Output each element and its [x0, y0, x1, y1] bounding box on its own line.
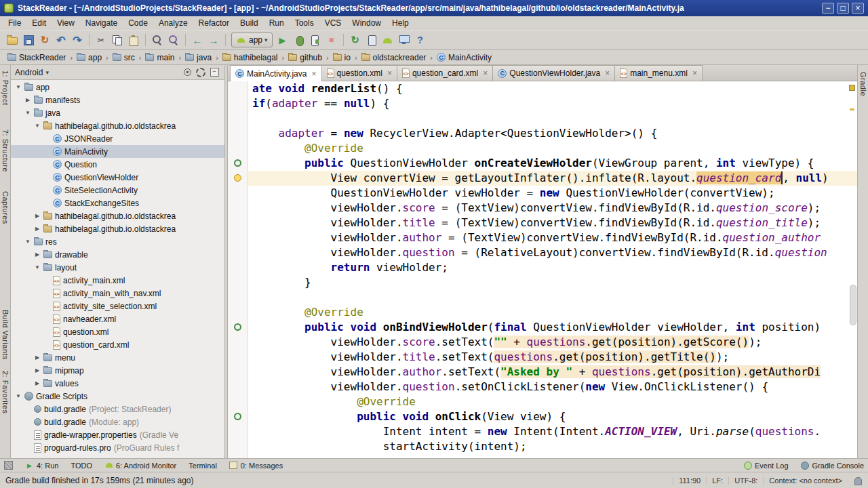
- sdk-manager-icon[interactable]: [380, 33, 396, 47]
- tree-expand-arrow[interactable]: ▼: [15, 393, 22, 399]
- tree-item-manifests[interactable]: ▶manifests: [11, 94, 224, 106]
- close-icon[interactable]: ×: [605, 68, 610, 78]
- tool-button-structure[interactable]: 7: Structure: [1, 129, 9, 172]
- warning-stripe-mark[interactable]: [850, 108, 854, 110]
- tree-item-java[interactable]: ▼java: [11, 106, 224, 119]
- tool-button-project[interactable]: 1: Project: [1, 70, 9, 105]
- tree-expand-arrow[interactable]: ▼: [24, 110, 31, 116]
- menu-build[interactable]: Build: [235, 17, 264, 29]
- tab-main-menu-xml[interactable]: main_menu.xml×: [614, 65, 703, 81]
- synchronize-icon[interactable]: [37, 33, 53, 47]
- tree-item-mainactivity[interactable]: MainActivity: [11, 145, 224, 158]
- tree-expand-arrow[interactable]: ▶: [34, 367, 41, 373]
- tree-item-jsonreader[interactable]: JSONReader: [11, 132, 224, 145]
- tree-expand-arrow[interactable]: ▼: [15, 84, 22, 90]
- tool-button-favorites[interactable]: 2: Favorites: [1, 371, 9, 413]
- find-icon[interactable]: [149, 33, 165, 47]
- breadcrumb-src[interactable]: src: [111, 52, 137, 63]
- stop-icon[interactable]: [323, 33, 340, 47]
- menu-help[interactable]: Help: [387, 17, 414, 29]
- breadcrumb-mainactivity[interactable]: MainActivity: [435, 52, 494, 63]
- editor-scrollbar[interactable]: [850, 285, 856, 325]
- menu-run[interactable]: Run: [264, 17, 290, 29]
- redo-icon[interactable]: [69, 33, 85, 47]
- menu-file[interactable]: File: [3, 17, 26, 29]
- tree-item-activity-main-xml[interactable]: activity_main.xml: [11, 274, 224, 287]
- breadcrumb-main[interactable]: main: [143, 52, 176, 63]
- tool-button-gradle[interactable]: Gradle: [859, 72, 867, 96]
- open-icon[interactable]: [4, 33, 20, 47]
- menu-refactor[interactable]: Refactor: [193, 17, 235, 29]
- event-log-tool-window[interactable]: Event Log: [743, 461, 789, 470]
- gradle-sync-icon[interactable]: [347, 33, 363, 47]
- override-icon[interactable]: [234, 323, 241, 331]
- tree-item-stackexchangesites[interactable]: StackExchangeSites: [11, 197, 224, 209]
- tab-mainactivity-java[interactable]: MainActivity.java×: [230, 65, 322, 81]
- tree-item-build-gradle[interactable]: build.gradle (Project: StackReader): [11, 403, 224, 415]
- tree-item-question-xml[interactable]: question.xml: [11, 325, 224, 338]
- tree-item-gradle-wrapper-properties[interactable]: gradle-wrapper.properties (Gradle Ve: [11, 428, 224, 441]
- tree-item-app[interactable]: ▼app: [11, 81, 224, 94]
- avd-manager-icon[interactable]: [363, 33, 380, 47]
- tree-item-gradle-scripts[interactable]: ▼Gradle Scripts: [11, 390, 224, 403]
- tab-question-xml[interactable]: question.xml×: [321, 65, 397, 81]
- tree-item-layout[interactable]: ▼layout: [11, 261, 224, 274]
- run-icon[interactable]: [275, 33, 291, 47]
- android-monitor-tool-window[interactable]: 6: Android Monitor: [104, 461, 176, 470]
- override-icon[interactable]: [234, 413, 241, 420]
- close-icon[interactable]: ×: [311, 69, 316, 79]
- undo-icon[interactable]: [53, 33, 69, 47]
- breadcrumb-app[interactable]: app: [75, 52, 104, 63]
- editor-body[interactable]: ate void renderList() {if(adapter == nul…: [228, 81, 857, 458]
- override-icon[interactable]: [234, 159, 241, 167]
- tree-item-hathibelagal-github-io-oldstackrea[interactable]: ▶hathibelagal.github.io.oldstackrea: [11, 222, 224, 235]
- minimize-button[interactable]: [822, 3, 834, 14]
- line-ending-widget[interactable]: LF:: [706, 476, 728, 485]
- paste-icon[interactable]: [125, 33, 142, 47]
- inspections-profile-icon[interactable]: [853, 476, 863, 485]
- tree-expand-arrow[interactable]: ▼: [24, 239, 31, 245]
- tree-item-activity-main-with-nav-xml[interactable]: activity_main_with_nav.xml: [11, 287, 224, 300]
- tab-question-card-xml[interactable]: question_card.xml×: [397, 65, 493, 81]
- save-all-icon[interactable]: [20, 33, 37, 47]
- todo-tool-window[interactable]: TODO: [71, 462, 92, 470]
- menu-tools[interactable]: Tools: [290, 17, 319, 29]
- tree-item-values[interactable]: ▶values: [11, 377, 224, 390]
- close-icon[interactable]: ×: [483, 68, 488, 78]
- tree-item-drawable[interactable]: ▶drawable: [11, 248, 224, 261]
- android-monitor-icon[interactable]: [396, 33, 412, 47]
- gradle-console-tool-window[interactable]: Gradle Console: [801, 461, 864, 470]
- tree-item-hathibelagal-github-io-oldstackrea[interactable]: ▶hathibelagal.github.io.oldstackrea: [11, 209, 224, 222]
- tree-item-navheader-xml[interactable]: navheader.xml: [11, 312, 224, 325]
- project-view-selector[interactable]: Android ▾: [15, 68, 49, 77]
- menu-window[interactable]: Window: [347, 17, 387, 29]
- tree-item-question[interactable]: Question: [11, 158, 224, 171]
- tree-expand-arrow[interactable]: ▶: [24, 97, 31, 103]
- menu-vcs[interactable]: VCS: [319, 17, 347, 29]
- tree-expand-arrow[interactable]: ▼: [34, 264, 41, 270]
- settings-gear-icon[interactable]: [195, 67, 207, 78]
- messages-tool-window[interactable]: 0: Messages: [229, 461, 283, 470]
- breadcrumb-stackreader[interactable]: StackReader: [5, 52, 68, 63]
- code-area[interactable]: ate void renderList() {if(adapter == nul…: [248, 81, 857, 458]
- menu-view[interactable]: View: [52, 17, 80, 29]
- context-widget[interactable]: Context: <no context>: [763, 476, 848, 485]
- run-config-selector[interactable]: app▾: [231, 33, 273, 47]
- tree-item-questionviewholder[interactable]: QuestionViewHolder: [11, 171, 224, 184]
- breadcrumb-hathibelagal[interactable]: hathibelagal: [220, 52, 280, 63]
- tool-button-captures[interactable]: Captures: [1, 191, 9, 224]
- copy-icon[interactable]: [109, 33, 125, 47]
- tree-item-menu[interactable]: ▶menu: [11, 351, 224, 364]
- tree-expand-arrow[interactable]: ▼: [34, 123, 41, 129]
- menu-analyze[interactable]: Analyze: [153, 17, 193, 29]
- run-tool-window[interactable]: 4: Run: [25, 461, 58, 470]
- breadcrumb-java[interactable]: java: [183, 52, 214, 63]
- tree-item-build-gradle[interactable]: build.gradle (Module: app): [11, 415, 224, 428]
- tree-item-activity-site-selection-xml[interactable]: activity_site_selection.xml: [11, 300, 224, 312]
- tree-expand-arrow[interactable]: ▶: [34, 226, 41, 232]
- close-button[interactable]: [852, 3, 864, 14]
- tree-item-hathibelagal-github-io-oldstackrea[interactable]: ▼hathibelagal.github.io.oldstackrea: [11, 119, 224, 132]
- maximize-button[interactable]: [837, 3, 849, 14]
- tree-expand-arrow[interactable]: ▶: [34, 354, 41, 361]
- tree-expand-arrow[interactable]: ▶: [34, 380, 41, 386]
